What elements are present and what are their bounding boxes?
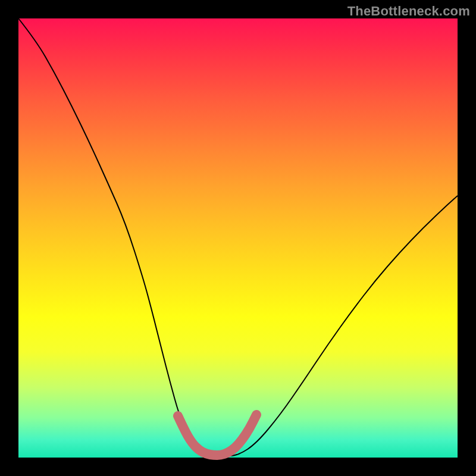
chart-svg <box>18 18 458 458</box>
bottleneck-curve <box>18 18 458 456</box>
chart-frame: TheBottleneck.com <box>0 0 476 476</box>
watermark-text: TheBottleneck.com <box>347 4 470 19</box>
optimal-zone-marker <box>178 415 256 455</box>
